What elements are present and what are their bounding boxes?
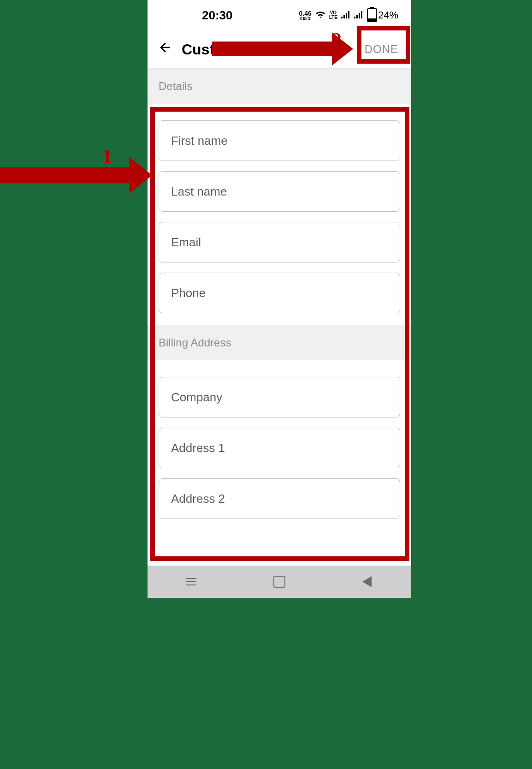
address1-field[interactable] [159, 428, 400, 468]
volte-icon: VO LTE [329, 11, 337, 20]
phone-input[interactable] [170, 286, 389, 301]
first-name-field[interactable] [159, 120, 400, 161]
nav-home-button[interactable] [272, 575, 286, 589]
last-name-input[interactable] [170, 184, 389, 199]
done-button[interactable]: DONE [360, 38, 403, 60]
nav-back-button[interactable] [361, 575, 374, 589]
svg-rect-5 [356, 15, 358, 18]
network-speed: 0.46 KB/S [299, 10, 312, 21]
company-input[interactable] [170, 390, 389, 405]
details-fields [148, 104, 411, 325]
last-name-field[interactable] [159, 171, 400, 212]
page-title: Customer details [182, 41, 360, 58]
company-field[interactable] [159, 377, 400, 417]
status-bar: 20:30 0.46 KB/S VO LTE 24% [148, 0, 411, 30]
billing-fields [148, 360, 411, 521]
first-name-input[interactable] [170, 133, 389, 149]
signal-icon-2 [354, 10, 363, 21]
address2-field[interactable] [159, 478, 400, 519]
address1-input[interactable] [170, 441, 389, 456]
address2-input[interactable] [170, 491, 389, 507]
status-time: 20:30 [202, 8, 233, 23]
svg-rect-4 [354, 17, 355, 18]
svg-rect-6 [359, 13, 360, 18]
section-header-billing: Billing Address [148, 325, 411, 360]
back-button[interactable] [156, 40, 174, 59]
battery-indicator: 24% [367, 8, 398, 22]
svg-rect-0 [341, 17, 343, 18]
nav-recent-button[interactable] [184, 575, 198, 589]
svg-rect-7 [361, 11, 362, 18]
battery-percent: 24% [378, 9, 398, 21]
phone-screen: 20:30 0.46 KB/S VO LTE 24% [148, 0, 411, 597]
phone-field[interactable] [159, 273, 400, 313]
svg-rect-2 [346, 13, 347, 18]
svg-rect-1 [343, 15, 345, 18]
status-right: 0.46 KB/S VO LTE 24% [299, 8, 398, 22]
svg-rect-3 [348, 11, 349, 18]
signal-icon-1 [341, 10, 350, 21]
wifi-icon [315, 10, 325, 21]
annotation-number-1: 1 [102, 145, 112, 167]
email-input[interactable] [170, 235, 389, 250]
android-nav-bar [148, 566, 411, 598]
annotation-arrow-1-shaft [0, 167, 129, 183]
section-header-details: Details [148, 69, 411, 104]
email-field[interactable] [159, 222, 400, 262]
app-bar: Customer details DONE [148, 30, 411, 69]
battery-icon [367, 8, 377, 22]
